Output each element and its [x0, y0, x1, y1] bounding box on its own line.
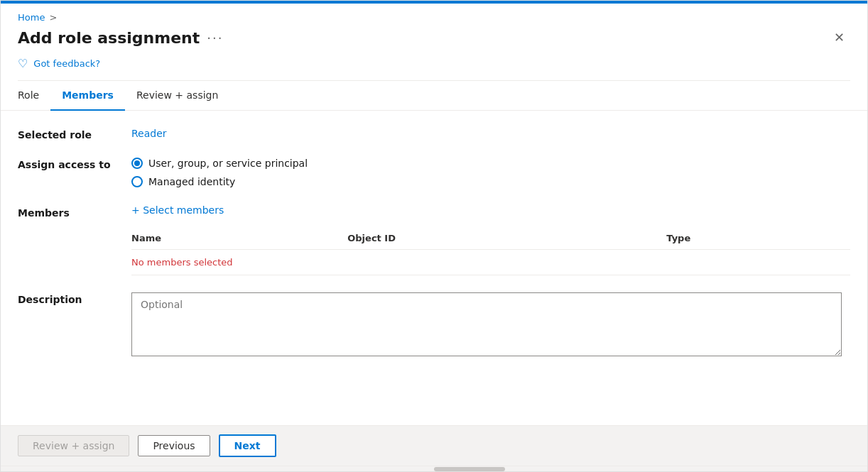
feedback-link[interactable]: Got feedback? — [33, 58, 100, 69]
page-title: Add role assignment — [18, 29, 200, 47]
no-members-message: No members selected — [131, 250, 850, 275]
tab-members[interactable]: Members — [50, 81, 125, 111]
more-options-icon[interactable]: ··· — [207, 31, 223, 45]
radio-item-ugsp[interactable]: User, group, or service principal — [131, 158, 850, 169]
dialog-header: Home > Add role assignment ··· ✕ — [1, 4, 867, 47]
breadcrumb-home-link[interactable]: Home — [18, 12, 45, 23]
members-table-head: Name Object ID Type — [131, 227, 850, 250]
members-row: Members + Select members Name Object ID … — [18, 204, 850, 275]
col-type: Type — [666, 227, 850, 250]
feedback-row: ♡ Got feedback? — [1, 47, 867, 80]
tabs-bar: Role Members Review + assign — [1, 81, 867, 111]
tab-role[interactable]: Role — [18, 81, 50, 111]
radio-item-mi[interactable]: Managed identity — [131, 176, 850, 187]
radio-ugsp-label: User, group, or service principal — [148, 158, 308, 169]
tab-review-assign[interactable]: Review + assign — [125, 81, 229, 111]
members-table-header-row: Name Object ID Type — [131, 227, 850, 250]
selected-role-row: Selected role Reader — [18, 128, 850, 141]
description-label: Description — [18, 292, 131, 305]
members-table: Name Object ID Type No members selected — [131, 227, 850, 275]
assign-access-label: Assign access to — [18, 158, 131, 170]
col-object-id: Object ID — [347, 227, 666, 250]
radio-ugsp[interactable] — [131, 158, 143, 169]
radio-group: User, group, or service principal Manage… — [131, 158, 850, 187]
col-name: Name — [131, 227, 347, 250]
previous-button[interactable]: Previous — [138, 435, 210, 456]
assign-access-row: Assign access to User, group, or service… — [18, 158, 850, 187]
select-members-link[interactable]: + Select members — [131, 204, 850, 216]
close-button[interactable]: ✕ — [828, 28, 850, 47]
members-table-body: No members selected — [131, 250, 850, 275]
dialog-footer: Review + assign Previous Next — [1, 425, 867, 466]
reader-role-link[interactable]: Reader — [131, 128, 167, 139]
members-label: Members — [18, 204, 131, 219]
members-content: + Select members Name Object ID Type No … — [131, 204, 850, 275]
breadcrumb-separator: > — [49, 12, 57, 23]
content-area: Selected role Reader Assign access to Us… — [1, 111, 867, 425]
horizontal-scrollbar-track — [1, 466, 867, 471]
breadcrumb: Home > — [18, 12, 850, 23]
radio-mi-label: Managed identity — [148, 176, 235, 187]
table-row: No members selected — [131, 250, 850, 275]
selected-role-label: Selected role — [18, 128, 131, 141]
review-assign-button[interactable]: Review + assign — [18, 435, 129, 456]
add-role-assignment-dialog: Home > Add role assignment ··· ✕ ♡ Got f… — [0, 0, 868, 472]
assign-access-options: User, group, or service principal Manage… — [131, 158, 850, 187]
description-row: Description — [18, 292, 850, 358]
title-left: Add role assignment ··· — [18, 29, 223, 47]
selected-role-value: Reader — [131, 128, 850, 139]
feedback-heart-icon: ♡ — [18, 57, 28, 70]
description-field-container — [131, 292, 850, 358]
radio-mi[interactable] — [131, 176, 143, 187]
title-row: Add role assignment ··· ✕ — [18, 28, 850, 47]
horizontal-scrollbar-thumb — [434, 467, 505, 471]
description-textarea[interactable] — [131, 292, 842, 356]
next-button[interactable]: Next — [219, 434, 276, 457]
